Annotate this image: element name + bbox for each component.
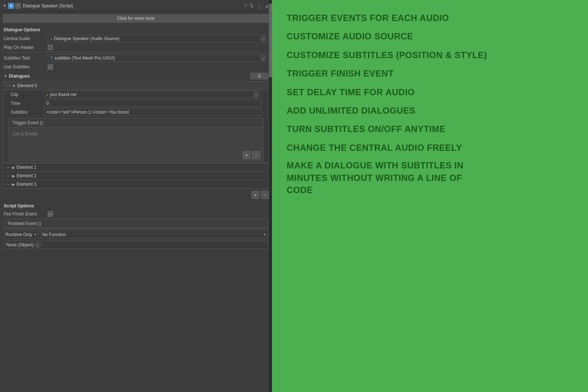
play-on-awake-checkbox[interactable] xyxy=(48,45,53,50)
title-bar-icons: ? ⇅ ⋮ ▲ xyxy=(244,3,269,9)
none-object-target-icon[interactable]: ◎ xyxy=(35,242,40,247)
feature-1: TRIGGER EVENTS FOR EACH AUDIO xyxy=(287,11,573,25)
element-3-label: Element 3 xyxy=(17,182,36,187)
central-audio-row: Central Audio ♪ Dialogue Speaker (Audio … xyxy=(0,34,272,43)
finished-event-box: Finished Event () xyxy=(4,219,268,229)
feature-4: TRIGGER FINISH EVENT xyxy=(287,67,573,81)
runtime-only-label: Runtime Only xyxy=(6,232,32,237)
subtitles-content: <color="red">Person 1:</color> You found xyxy=(46,110,129,115)
inspector-panel: ▼ # Dialogue Speaker (Script) ? ⇅ ⋮ ▲ Cl… xyxy=(0,0,272,392)
clip-row: Clip ♪ you found me ◎ xyxy=(3,90,269,99)
audio-icon: ♪ xyxy=(50,36,53,41)
subtitles-text-row: Subtitles Text T subtitles (Text Mesh Pr… xyxy=(0,53,272,63)
layout-icon[interactable]: ⇅ xyxy=(250,3,254,8)
runtime-dropdown-arrow: ▼ xyxy=(34,233,37,236)
finished-event-header: Finished Event () xyxy=(4,219,268,228)
feature-2: CUSTOMIZE AUDIO SOURCE xyxy=(287,29,573,43)
element-1-label: Element 1 xyxy=(17,165,36,170)
subtitles-text-field: subtitles (Text Mesh Pro UGUI) xyxy=(54,56,259,61)
subtitles-field-value[interactable]: <color="red">Person 1:</color> You found xyxy=(44,108,261,116)
clip-label: Clip xyxy=(11,92,44,97)
array-controls: + - xyxy=(0,189,272,201)
component-title: Dialogue Speaker (Script) xyxy=(23,3,244,8)
trigger-event-box: Trigger Event () List is Empty + - xyxy=(8,118,263,161)
element-0-header[interactable]: — ▼ Element 0 xyxy=(3,82,269,90)
text-mesh-icon: T xyxy=(50,56,53,60)
script-icon: # xyxy=(8,3,14,9)
fire-finish-event-checkbox[interactable] xyxy=(48,211,53,217)
element-2-dash: — xyxy=(6,173,11,178)
runtime-dropdown-row: Runtime Only ▼ No Function ▼ xyxy=(0,229,272,240)
list-empty-label: List is Empty xyxy=(12,131,37,136)
dialogues-count: 4 xyxy=(250,73,268,79)
feature-7: TURN SUBTITLES ON/OFF ANYTIME xyxy=(287,122,573,136)
target-icon[interactable]: ◎ xyxy=(261,36,266,41)
subtitles-target-icon[interactable]: ◎ xyxy=(261,56,266,61)
central-audio-value[interactable]: ♪ Dialogue Speaker (Audio Source) ◎ xyxy=(48,35,268,42)
component-enable-checkbox[interactable] xyxy=(15,3,21,8)
trigger-event-header: Trigger Event () xyxy=(9,118,263,128)
time-value[interactable]: 0 xyxy=(44,100,261,107)
scrollbar[interactable] xyxy=(269,0,272,392)
collapse-arrow-icon[interactable]: ▼ xyxy=(3,4,7,8)
element-2-arrow[interactable]: ▶ xyxy=(12,174,15,178)
clip-name: you found me xyxy=(50,92,77,97)
scrollbar-thumb xyxy=(269,4,272,77)
subtitles-text-label: Subtitles Text xyxy=(4,56,48,61)
use-subtitles-label: Use Subtitles xyxy=(4,64,48,70)
features-panel: TRIGGER EVENTS FOR EACH AUDIO CUSTOMIZE … xyxy=(272,0,588,392)
time-number: 0 xyxy=(46,101,49,106)
clip-audio-icon: ♪ xyxy=(46,92,49,97)
element-1-dash: — xyxy=(6,165,11,170)
fire-finish-event-label: Fire Finish Event xyxy=(4,211,48,217)
subtitles-field-label: Subtitles xyxy=(11,110,44,115)
dialogue-options-header: Dialogue Options xyxy=(0,25,272,34)
runtime-only-dropdown[interactable]: Runtime Only ▼ xyxy=(4,231,39,239)
element-0-label: Element 0 xyxy=(17,83,37,88)
clip-target-icon[interactable]: ◎ xyxy=(254,92,259,97)
trigger-add-button[interactable]: + xyxy=(243,151,251,159)
array-remove-button[interactable]: - xyxy=(261,191,269,199)
use-subtitles-checkbox[interactable] xyxy=(48,64,53,70)
feature-5: SET DELAY TIME FOR AUDIO xyxy=(287,85,573,99)
element-0-arrow[interactable]: ▼ xyxy=(12,84,16,88)
menu-icon[interactable]: ⋮ xyxy=(257,3,262,9)
play-on-awake-row: Play On Awake xyxy=(0,43,272,51)
no-function-label: No Function xyxy=(42,232,66,237)
help-icon[interactable]: ? xyxy=(244,3,247,8)
feature-6: ADD UNLIMITED DIALOGUES xyxy=(287,104,573,118)
time-label: Time xyxy=(11,101,44,106)
no-function-dropdown-arrow: ▼ xyxy=(263,233,266,236)
clip-value[interactable]: ♪ you found me ◎ xyxy=(44,91,261,98)
no-function-dropdown[interactable]: No Function ▼ xyxy=(40,231,268,239)
feature-8: CHANGE THE CENTRAL AUDIO FREELY xyxy=(287,141,573,155)
element-2: — ▶ Element 2 xyxy=(3,171,269,180)
array-add-button[interactable]: + xyxy=(251,191,259,199)
trigger-remove-button[interactable]: - xyxy=(252,151,260,159)
element-3: — ▶ Element 3 xyxy=(3,180,269,188)
element-1-arrow[interactable]: ▶ xyxy=(12,165,15,170)
none-object-label: None (Object) xyxy=(6,242,34,247)
none-object-row: None (Object) ◎ xyxy=(4,241,268,249)
elements-container: — ▼ Element 0 Clip ♪ you found me ◎ Time… xyxy=(3,81,269,189)
subtitles-text-value[interactable]: T subtitles (Text Mesh Pro UGUI) ◎ xyxy=(48,54,268,62)
element-0: — ▼ Element 0 Clip ♪ you found me ◎ Time… xyxy=(3,82,269,163)
feature-3: CUSTOMIZE SUBTITLES (POSITION & STYLE) xyxy=(287,48,573,62)
dialogues-header: ▼ Dialogues 4 xyxy=(0,71,272,81)
trigger-event-content: List is Empty xyxy=(9,128,263,150)
collapse-icon[interactable]: ▲ xyxy=(265,4,269,8)
play-on-awake-label: Play On Awake xyxy=(4,45,48,50)
element-3-dash: — xyxy=(6,182,11,187)
dialogues-label: Dialogues xyxy=(9,74,250,79)
more-tools-button[interactable]: Click for more tools xyxy=(3,14,269,23)
central-audio-label: Central Audio xyxy=(4,36,48,41)
dialogues-expand-arrow[interactable]: ▼ xyxy=(4,74,7,78)
element-1: — ▶ Element 1 xyxy=(3,163,269,171)
fire-finish-event-row: Fire Finish Event xyxy=(0,210,272,218)
subtitles-row: Subtitles <color="red">Person 1:</color>… xyxy=(3,108,269,117)
element-2-label: Element 2 xyxy=(17,173,36,178)
title-bar: ▼ # Dialogue Speaker (Script) ? ⇅ ⋮ ▲ xyxy=(0,0,272,12)
use-subtitles-row: Use Subtitles xyxy=(0,63,272,71)
feature-9: MAKE A DIALOGUE WITH SUBTITLES IN MINUTE… xyxy=(287,159,573,196)
element-3-arrow[interactable]: ▶ xyxy=(12,182,15,186)
